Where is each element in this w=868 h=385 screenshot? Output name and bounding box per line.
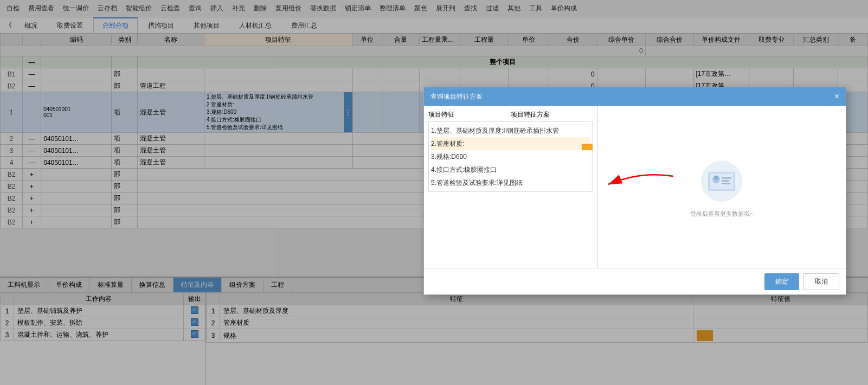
modal-col-left-header: 项目特征 bbox=[428, 110, 511, 119]
login-prompt-text: 登录后查看更多数据哦~ bbox=[690, 210, 753, 218]
svg-rect-7 bbox=[722, 183, 730, 184]
modal-feature-item[interactable]: 4.接口方式:橡胶圈接口 bbox=[431, 163, 590, 176]
confirm-button[interactable]: 确定 bbox=[764, 273, 799, 290]
modal-feature-item[interactable]: 1.垫层、基础材质及厚度:II钢筋砼承插排水管 bbox=[431, 124, 590, 137]
orange-sidebar-btn[interactable]: 个人数据 bbox=[582, 144, 593, 150]
svg-rect-5 bbox=[722, 177, 731, 179]
svg-point-4 bbox=[714, 176, 718, 180]
login-prompt: 登录后查看更多数据哦~ bbox=[690, 157, 753, 218]
modal-feature-item[interactable]: 3.规格:D600 bbox=[431, 150, 590, 163]
modal-col-right-header: 项目特征方案 bbox=[511, 110, 593, 119]
modal-right-panel: 登录后查看更多数据哦~ bbox=[597, 106, 846, 268]
id-card-illustration bbox=[700, 157, 743, 206]
svg-rect-6 bbox=[722, 180, 729, 182]
modal-footer: 确定 取消 bbox=[424, 268, 846, 294]
query-modal: 查询项目特征方案 × 项目特征 项目特征方案 1.垫层、基础材质及厚度:II钢筋… bbox=[423, 87, 846, 295]
cancel-button[interactable]: 取消 bbox=[803, 273, 839, 290]
modal-close-btn[interactable]: × bbox=[834, 92, 839, 101]
modal-overlay[interactable]: 查询项目特征方案 × 项目特征 项目特征方案 1.垫层、基础材质及厚度:II钢筋… bbox=[0, 0, 868, 385]
modal-title: 查询项目特征方案 bbox=[430, 92, 483, 101]
modal-feature-item-selected[interactable]: 2.管座材质: bbox=[431, 137, 590, 150]
modal-header: 查询项目特征方案 × bbox=[424, 87, 846, 106]
modal-feature-item[interactable]: 5.管道检验及试验要求:详见图纸 bbox=[431, 176, 590, 189]
modal-body: 项目特征 项目特征方案 1.垫层、基础材质及厚度:II钢筋砼承插排水管 2.管座… bbox=[424, 106, 846, 268]
modal-features-panel: 项目特征 项目特征方案 1.垫层、基础材质及厚度:II钢筋砼承插排水管 2.管座… bbox=[424, 106, 597, 268]
